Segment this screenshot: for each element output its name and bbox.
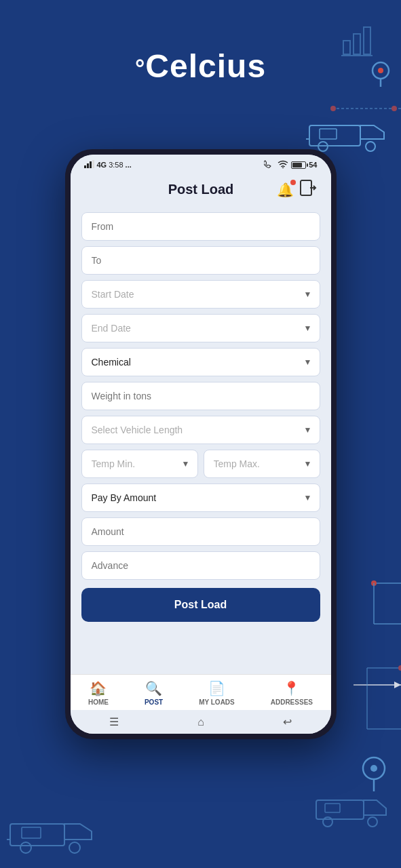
android-back-button[interactable]: ↩ <box>283 715 292 728</box>
svg-point-40 <box>398 726 401 732</box>
svg-point-34 <box>368 817 377 827</box>
nav-home[interactable]: 🏠 HOME <box>88 680 109 706</box>
svg-rect-1 <box>354 34 360 54</box>
post-load-button[interactable]: Post Load <box>81 588 320 622</box>
status-bar: 4G 3:58 ... 54 <box>71 155 331 172</box>
end-date-wrapper: End Date ▼ <box>81 314 320 342</box>
svg-point-33 <box>323 817 332 827</box>
battery-level: 54 <box>309 161 317 169</box>
svg-rect-31 <box>316 800 364 819</box>
svg-rect-42 <box>87 163 89 168</box>
svg-point-17 <box>371 580 377 586</box>
nav-my-loads-label: MY LOADS <box>199 698 235 706</box>
svg-marker-11 <box>360 125 384 139</box>
logo-text: °Celcius <box>135 47 266 85</box>
wifi-icon <box>278 160 288 170</box>
pay-by-select[interactable]: Pay By Amount Pay By Mile Pay By Hour <box>81 484 320 512</box>
network-type: 4G <box>97 161 107 169</box>
svg-point-8 <box>392 106 397 111</box>
bottom-nav: 🏠 HOME 🔍 POST 📄 MY LOADS 📍 ADDRESSES <box>71 674 331 710</box>
svg-point-5 <box>378 68 383 73</box>
battery-icon <box>291 161 306 169</box>
svg-marker-21 <box>394 682 401 688</box>
notification-badge <box>290 180 296 185</box>
start-date-select[interactable]: Start Date <box>81 280 320 309</box>
svg-rect-2 <box>364 27 370 54</box>
svg-point-4 <box>373 62 389 79</box>
pay-by-wrapper: Pay By Amount Pay By Mile Pay By Hour ▼ <box>81 484 320 512</box>
svg-point-22 <box>363 757 385 779</box>
temp-max-wrapper: Temp Max. 20 30 40 ▼ <box>204 450 320 478</box>
advance-input[interactable] <box>81 551 320 580</box>
svg-point-9 <box>330 106 336 111</box>
android-menu-button[interactable]: ☰ <box>109 715 119 728</box>
from-input[interactable] <box>81 212 320 241</box>
location-icon: 📍 <box>283 680 300 696</box>
svg-rect-44 <box>92 160 94 168</box>
document-icon: 📄 <box>208 680 225 696</box>
temp-min-select[interactable]: Temp Min. -20 -10 0 10 <box>81 450 198 478</box>
logout-button[interactable] <box>299 179 317 200</box>
svg-rect-10 <box>309 125 360 146</box>
svg-point-28 <box>69 842 80 853</box>
search-icon: 🔍 <box>145 680 162 696</box>
svg-rect-29 <box>22 827 41 838</box>
svg-point-23 <box>370 765 377 772</box>
svg-rect-25 <box>10 824 64 846</box>
svg-point-12 <box>318 142 328 151</box>
svg-rect-14 <box>320 129 337 139</box>
svg-rect-43 <box>90 161 92 168</box>
chemical-select[interactable]: Chemical Liquid Dry Hazmat <box>81 348 320 376</box>
start-date-wrapper: Start Date ▼ <box>81 280 320 309</box>
android-home-button[interactable]: ⌂ <box>197 716 204 728</box>
nav-my-loads[interactable]: 📄 MY LOADS <box>199 680 235 706</box>
nav-addresses[interactable]: 📍 ADDRESSES <box>271 680 313 706</box>
svg-marker-26 <box>64 824 92 840</box>
nav-post-label: POST <box>145 698 163 706</box>
chemical-wrapper: Chemical Liquid Dry Hazmat ▼ <box>81 348 320 376</box>
svg-point-27 <box>20 842 31 853</box>
app-header: Post Load 🔔 <box>71 172 331 205</box>
signal-icon <box>84 160 95 170</box>
nav-post[interactable]: 🔍 POST <box>145 680 163 706</box>
temp-row: Temp Min. -20 -10 0 10 ▼ Temp Max. 20 30… <box>81 450 320 478</box>
svg-rect-35 <box>325 804 340 812</box>
amount-input[interactable] <box>81 517 320 546</box>
temp-min-wrapper: Temp Min. -20 -10 0 10 ▼ <box>81 450 198 478</box>
notifications-button[interactable]: 🔔 <box>277 182 294 198</box>
phone-frame: 4G 3:58 ... 54 Post Load <box>65 149 337 739</box>
svg-point-13 <box>366 142 375 151</box>
svg-rect-0 <box>343 41 350 54</box>
svg-rect-41 <box>84 165 86 168</box>
temp-max-select[interactable]: Temp Max. 20 30 40 <box>204 450 320 478</box>
weight-input[interactable] <box>81 382 320 410</box>
vehicle-length-wrapper: Select Vehicle Length 20 ft 40 ft 48 ft … <box>81 416 320 444</box>
android-nav: ☰ ⌂ ↩ <box>71 710 331 734</box>
nav-addresses-label: ADDRESSES <box>271 698 313 706</box>
svg-point-45 <box>282 167 284 168</box>
status-dots: ... <box>126 161 132 169</box>
svg-point-37 <box>398 665 401 671</box>
app-logo: °Celcius <box>135 47 266 85</box>
end-date-select[interactable]: End Date <box>81 314 320 342</box>
page-title: Post Load <box>168 182 234 197</box>
post-load-form: Start Date ▼ End Date ▼ Chemical Liquid … <box>71 205 331 674</box>
nav-home-label: HOME <box>88 698 109 706</box>
svg-rect-46 <box>301 180 311 195</box>
home-icon: 🏠 <box>90 680 107 696</box>
vehicle-length-select[interactable]: Select Vehicle Length 20 ft 40 ft 48 ft … <box>81 416 320 444</box>
time-display: 3:58 <box>109 161 123 169</box>
to-input[interactable] <box>81 246 320 275</box>
call-icon <box>264 160 275 170</box>
svg-marker-32 <box>364 800 386 815</box>
